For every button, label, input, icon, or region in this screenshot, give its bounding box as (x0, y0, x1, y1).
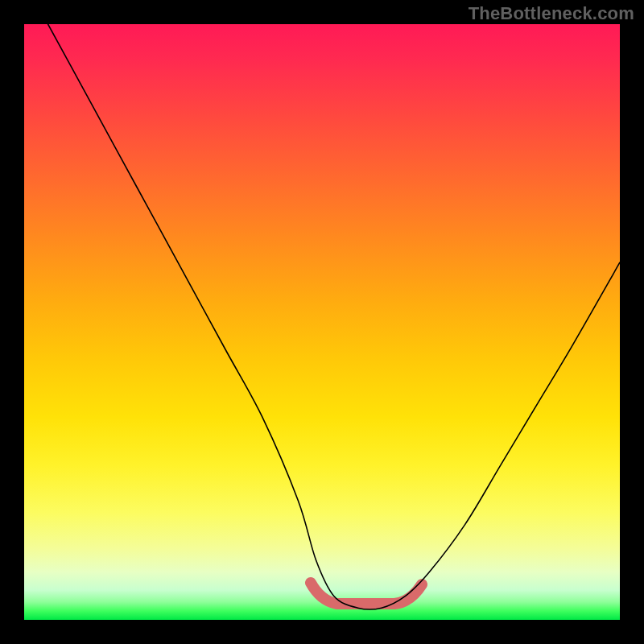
chart-frame: TheBottleneck.com (0, 0, 644, 644)
chart-overlay (24, 24, 620, 620)
watermark-text: TheBottleneck.com (469, 3, 634, 24)
plot-area (24, 24, 620, 620)
bottleneck-curve (48, 24, 620, 609)
